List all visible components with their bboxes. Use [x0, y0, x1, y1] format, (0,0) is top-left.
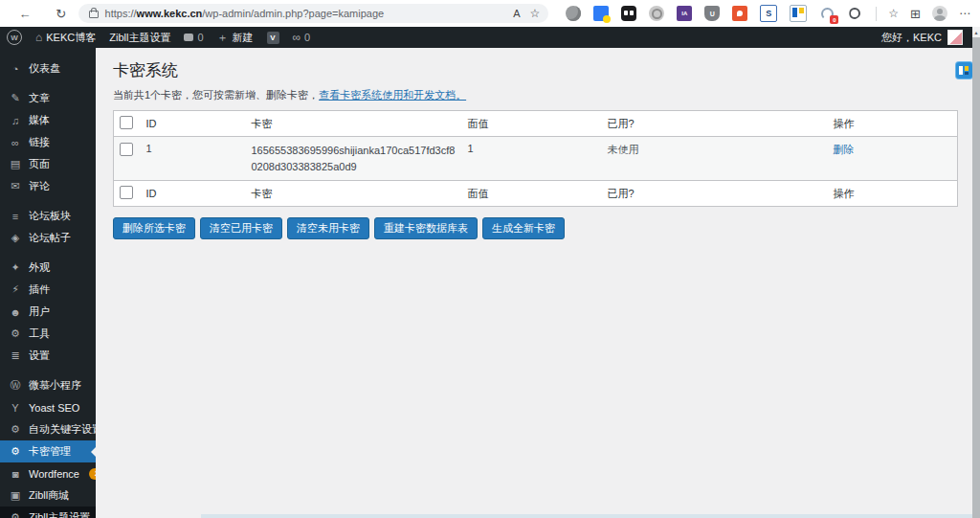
yoast-menu[interactable]: V — [260, 27, 286, 48]
home-icon: ⌂ — [35, 31, 42, 44]
cookie-extension-icon[interactable] — [847, 6, 862, 21]
browser-controls: ☆ ⊞ ⋯ — [876, 6, 980, 21]
users-icon: ☻ — [9, 306, 22, 318]
table-header-row: ID 卡密 面值 已用? 操作 — [114, 111, 958, 137]
back-icon[interactable]: ← — [13, 7, 36, 21]
favorite-star-icon[interactable]: ☆ — [530, 7, 541, 20]
new-content-menu[interactable]: ＋ 新建 — [211, 27, 260, 48]
col-id: ID — [141, 111, 246, 137]
s-extension-icon[interactable]: S — [760, 5, 777, 22]
scroll-up-arrow[interactable]: ▲ — [972, 27, 980, 37]
sidebar-item-appearance[interactable]: ✦外观 — [0, 257, 96, 279]
read-aloud-icon[interactable]: A — [513, 8, 520, 19]
rebuild-table-button[interactable]: 重建卡密数据库表 — [374, 217, 478, 239]
comment-bubble-icon — [184, 34, 193, 41]
file-add-extension-icon[interactable] — [593, 6, 609, 21]
sidebar-item-tools[interactable]: ⚙工具 — [0, 323, 96, 345]
target-extension-icon[interactable] — [649, 6, 664, 21]
col-value: 面值 — [462, 111, 602, 137]
refresh-icon[interactable]: ↻ — [50, 7, 73, 21]
sidebar-item-dashboard[interactable]: ◔仪表盘 — [0, 57, 96, 79]
sidebar-item-links[interactable]: ∞链接 — [0, 131, 96, 153]
wp-logo-menu[interactable]: W — [0, 27, 29, 48]
kami-table: ID 卡密 面值 已用? 操作 1 165655383695996shijian… — [113, 110, 958, 207]
docs-link[interactable]: 查看卡密系统使用和开发文档。 — [319, 89, 466, 101]
link-icon: ∞ — [293, 31, 301, 44]
select-all-checkbox-footer[interactable] — [120, 186, 133, 199]
forum-sections-icon: ≡ — [9, 211, 22, 222]
sidebar-item-pages[interactable]: ▤页面 — [0, 153, 96, 175]
bottom-edge-strip — [201, 514, 972, 518]
sidebar-item-wordfence[interactable]: ◙Wordfence2 — [0, 462, 96, 484]
page-description: 当前共1个卡密，您可按需新增、删除卡密，查看卡密系统使用和开发文档。 — [113, 88, 972, 102]
sidebar-item-forum-posts[interactable]: ◈论坛帖子 — [0, 227, 96, 249]
ia-extension-icon[interactable]: IA — [677, 6, 692, 21]
glasses-extension-icon[interactable] — [621, 6, 636, 21]
sidebar-item-zibll-theme-settings[interactable]: ⚙Zibll主题设置 — [0, 507, 96, 518]
row-used-status: 未使用 — [602, 137, 828, 181]
sidebar-item-minapper[interactable]: Ⓦ微慕小程序 — [0, 374, 96, 396]
sidebar-item-media[interactable]: ♫媒体 — [0, 109, 96, 131]
sidebar-item-settings[interactable]: ≣设置 — [0, 345, 96, 367]
row-checkbox[interactable] — [120, 143, 133, 156]
pages-icon: ▤ — [9, 158, 22, 170]
browser-profile-avatar[interactable] — [932, 6, 947, 21]
table-footer-row: ID 卡密 面值 已用? 操作 — [114, 181, 958, 207]
toolbar-divider — [876, 7, 877, 21]
shield-extension-icon[interactable]: U — [704, 6, 720, 21]
zibll-theme-settings-menu[interactable]: Zibll主题设置 — [102, 27, 177, 48]
delete-row-link[interactable]: 删除 — [834, 144, 855, 155]
sidebar-item-posts[interactable]: ✎文章 — [0, 87, 96, 109]
site-name-label: KEKC博客 — [46, 31, 96, 45]
select-all-checkbox[interactable] — [120, 116, 133, 129]
tools-icon: ⚙ — [9, 327, 22, 340]
sidebar-item-users[interactable]: ☻用户 — [0, 301, 96, 323]
url-text[interactable]: https://www.kekc.cn/wp-admin/admin.php?p… — [105, 8, 385, 19]
screenshot-root: { "theme": { "wp_blue": "#2271b1", "admi… — [0, 0, 980, 518]
sidebar-item-plugins[interactable]: ⚡插件 — [0, 279, 96, 301]
blue-yellow-extension-icon[interactable] — [790, 5, 807, 22]
collections-icon[interactable]: ⊞ — [910, 7, 921, 21]
clear-used-button[interactable]: 清空已用卡密 — [200, 217, 282, 239]
yoast-seo-icon: Y — [9, 402, 22, 414]
sidebar-item-forum-sections[interactable]: ≡论坛板块 — [0, 205, 96, 227]
scrollbar-thumb[interactable] — [972, 37, 980, 518]
comments-menu[interactable]: 0 — [177, 27, 210, 48]
media-icon: ♫ — [9, 115, 22, 126]
forum-posts-icon: ◈ — [9, 232, 22, 244]
sidebar-item-comments[interactable]: ✉评论 — [0, 175, 96, 197]
sidebar-item-auto-keywords[interactable]: ⚙自动关键字设置 — [0, 418, 96, 440]
sidebar-item-kami-manage[interactable]: ⚙卡密管理 — [0, 440, 96, 462]
col-key: 卡密 — [246, 111, 462, 137]
links-count: 0 — [304, 32, 310, 43]
loop-extension-icon[interactable]: 0 — [819, 6, 835, 21]
extension-overlay-icon[interactable] — [956, 62, 972, 79]
comments-icon: ✉ — [9, 180, 22, 192]
browser-menu-icon[interactable]: ⋯ — [959, 7, 970, 20]
clear-unused-button[interactable]: 清空未用卡密 — [287, 217, 369, 239]
plus-dot — [603, 15, 611, 23]
row-value: 1 — [462, 137, 602, 181]
page-scrollbar[interactable]: ▲ — [972, 27, 980, 518]
zibll-theme-settings-label: Zibll主题设置 — [109, 31, 170, 45]
delete-selected-button[interactable]: 删除所选卡密 — [113, 217, 195, 239]
sidebar-item-yoast-seo[interactable]: YYoast SEO — [0, 396, 96, 418]
favorites-bar-icon[interactable]: ☆ — [888, 7, 899, 20]
row-key: 165655383695996shijianka170ca517fd3cf802… — [246, 137, 462, 181]
sidebar-item-zibll-shop[interactable]: ▣Zibll商城 — [0, 484, 96, 507]
greeting-label: 您好，KEKC — [881, 31, 942, 45]
lock-icon — [89, 11, 99, 18]
orange-extension-icon[interactable] — [732, 6, 747, 21]
site-name-menu[interactable]: ⌂ KEKC博客 — [29, 27, 102, 48]
appearance-icon: ✦ — [9, 261, 22, 274]
wordfence-icon: ◙ — [9, 468, 22, 480]
my-account-menu[interactable]: 您好，KEKC — [881, 30, 972, 45]
generate-new-button[interactable]: 生成全新卡密 — [482, 217, 565, 239]
posts-icon: ✎ — [9, 92, 22, 104]
globe-extension-icon[interactable] — [566, 6, 581, 21]
gear-icon: ⚙ — [9, 423, 22, 436]
address-bar[interactable]: https://www.kekc.cn/wp-admin/admin.php?p… — [78, 4, 549, 23]
wp-admin-bar: W ⌂ KEKC博客 Zibll主题设置 0 ＋ 新建 V ∞ 0 您好，KEK… — [0, 27, 972, 48]
plugins-icon: ⚡ — [9, 283, 22, 296]
links-menu[interactable]: ∞ 0 — [286, 27, 318, 48]
